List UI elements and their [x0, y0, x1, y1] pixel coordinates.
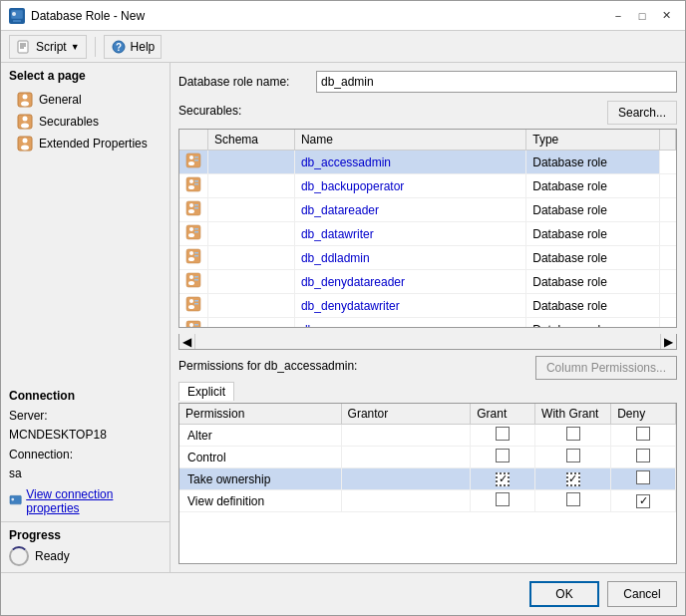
perm-grantor — [341, 490, 471, 512]
view-connection-properties-link[interactable]: View connection properties — [9, 487, 162, 515]
perm-col-grantor: Grantor — [341, 404, 471, 425]
row-name: db_ddladmin — [294, 246, 525, 270]
row-icon-cell — [179, 270, 208, 294]
svg-point-42 — [188, 257, 194, 261]
sidebar-item-securables[interactable]: Securables — [1, 111, 170, 133]
svg-point-51 — [189, 299, 193, 303]
row-schema — [208, 174, 295, 198]
script-button[interactable]: Script ▼ — [9, 35, 87, 59]
securables-table: Schema Name Type db_accessadmin Database… — [179, 130, 676, 328]
perm-with-grant-cell — [535, 425, 611, 447]
tab-explicit[interactable]: Explicit — [178, 382, 234, 401]
close-button[interactable]: ✕ — [655, 7, 677, 25]
table-row[interactable]: db_datareader Database role — [179, 198, 676, 222]
securables-table-container[interactable]: Schema Name Type db_accessadmin Database… — [178, 129, 677, 328]
with-grant-checkbox[interactable] — [566, 472, 580, 486]
grant-checkbox[interactable] — [496, 472, 510, 486]
column-permissions-button[interactable]: Column Permissions... — [535, 356, 677, 380]
svg-point-47 — [188, 281, 194, 285]
svg-point-19 — [11, 498, 14, 501]
h-scrollbar[interactable]: ◀ ▶ — [178, 334, 677, 350]
server-value: MCNDESKTOP18 — [9, 426, 162, 445]
svg-point-52 — [188, 305, 194, 309]
grant-checkbox[interactable] — [496, 427, 510, 441]
table-row[interactable]: db_datawriter Database role — [179, 222, 676, 246]
table-row[interactable]: db_denydatawriter Database role — [179, 294, 676, 318]
perm-col-grant: Grant — [471, 404, 535, 425]
svg-text:?: ? — [116, 42, 122, 53]
svg-point-31 — [189, 203, 193, 207]
extended-properties-icon — [17, 136, 33, 152]
main-panel: Database role name: Securables: Search..… — [171, 63, 685, 572]
progress-status: Ready — [35, 549, 70, 563]
row-type: Database role — [526, 318, 660, 329]
deny-checkbox[interactable] — [636, 494, 650, 508]
svg-rect-58 — [194, 324, 198, 326]
minimize-button[interactable]: − — [607, 7, 629, 25]
permissions-table-container[interactable]: Permission Grantor Grant With Grant Deny… — [178, 403, 677, 564]
sidebar-item-extended-properties[interactable]: Extended Properties — [1, 133, 170, 154]
svg-point-32 — [188, 209, 194, 213]
perm-row[interactable]: Take ownership — [179, 468, 676, 490]
perm-with-grant-cell — [535, 468, 611, 490]
svg-rect-29 — [194, 183, 198, 185]
perm-col-deny: Deny — [611, 404, 676, 425]
progress-spinner-icon — [9, 546, 29, 566]
row-type: Database role — [526, 198, 660, 222]
deny-checkbox[interactable] — [636, 449, 650, 462]
col-icon — [179, 130, 208, 151]
table-row[interactable]: db_ddladmin Database role — [179, 246, 676, 270]
perm-row[interactable]: Control — [179, 447, 676, 468]
svg-rect-49 — [194, 279, 198, 281]
help-button[interactable]: ? Help — [104, 35, 163, 59]
table-row[interactable]: db_backupoperator Database role — [179, 174, 676, 198]
footer: OK Cancel — [1, 572, 685, 615]
cancel-button[interactable]: Cancel — [607, 581, 677, 607]
toolbar: Script ▼ ? Help — [1, 31, 685, 63]
grant-checkbox[interactable] — [496, 492, 510, 506]
perm-grant-cell — [471, 468, 535, 490]
svg-rect-23 — [194, 156, 198, 158]
deny-checkbox[interactable] — [636, 427, 650, 441]
svg-rect-54 — [194, 303, 198, 305]
table-row[interactable]: db_accessadmin Database role — [179, 151, 676, 174]
perm-table-header: Permission Grantor Grant With Grant Deny — [179, 404, 676, 425]
row-name: db_datareader — [294, 198, 525, 222]
svg-rect-1 — [13, 20, 21, 22]
with-grant-checkbox[interactable] — [566, 427, 580, 441]
search-button[interactable]: Search... — [607, 101, 677, 125]
grant-checkbox[interactable] — [496, 449, 510, 462]
svg-rect-38 — [194, 228, 198, 230]
row-name: db_backupoperator — [294, 174, 525, 198]
row-type: Database role — [526, 222, 660, 246]
with-grant-checkbox[interactable] — [566, 492, 580, 506]
progress-section: Progress Ready — [1, 521, 170, 572]
scrollbar-track — [195, 334, 660, 349]
scroll-right-btn[interactable]: ▶ — [660, 334, 676, 349]
progress-title: Progress — [9, 528, 162, 542]
perm-name: Alter — [179, 425, 341, 447]
scroll-left-btn[interactable]: ◀ — [179, 334, 195, 349]
svg-point-11 — [21, 102, 29, 107]
svg-rect-59 — [194, 327, 198, 328]
toolbar-separator — [95, 37, 96, 57]
script-dropdown-icon[interactable]: ▼ — [71, 42, 80, 52]
sidebar-item-general[interactable]: General — [1, 89, 170, 111]
view-props-label: View connection properties — [26, 487, 162, 515]
sidebar-header: Select a page — [1, 63, 170, 89]
perm-row[interactable]: Alter — [179, 425, 676, 447]
table-row[interactable]: db_owner Database role — [179, 318, 676, 329]
col-schema: Schema — [208, 130, 295, 151]
securables-tbody: db_accessadmin Database role db_backupop… — [179, 151, 676, 329]
table-row[interactable]: db_denydatareader Database role — [179, 270, 676, 294]
col-scroll — [660, 130, 676, 151]
perm-deny-cell — [611, 468, 676, 490]
row-name: db_datawriter — [294, 222, 525, 246]
svg-rect-24 — [194, 159, 198, 161]
perm-row[interactable]: View definition — [179, 490, 676, 512]
maximize-button[interactable]: □ — [631, 7, 653, 25]
with-grant-checkbox[interactable] — [566, 449, 580, 462]
deny-checkbox[interactable] — [636, 470, 650, 484]
ok-button[interactable]: OK — [529, 581, 599, 607]
role-name-input[interactable] — [316, 71, 677, 93]
